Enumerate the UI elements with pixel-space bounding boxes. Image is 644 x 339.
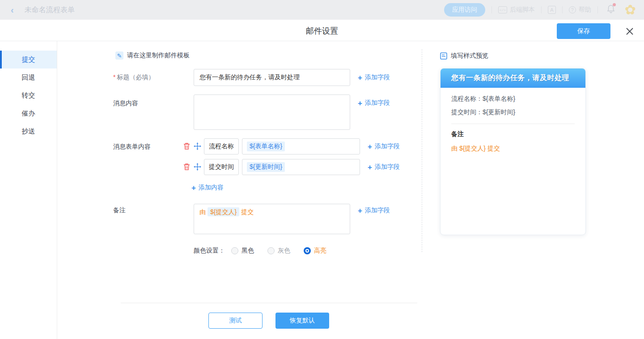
title-input[interactable] [194,69,350,86]
restore-default-button[interactable]: 恢复默认 [275,313,329,329]
sidebar-item-forward[interactable]: 转交 [0,86,57,104]
add-field-label: 添加字段 [375,142,400,150]
sidebar-item-label: 催办 [22,109,35,118]
notification-dot [613,3,616,6]
backend-script-label: 后端脚本 [510,6,535,14]
row2-value-box[interactable]: ${更新时间} [242,159,360,175]
add-field-link-row1[interactable]: + 添加字段 [368,142,400,150]
preview-remark-text: 由 ${提交人} 提交 [451,145,575,153]
divider [541,6,542,13]
email-settings-page: ‹ 未命名流程表单 应用访问 </> 后端脚本 A ? 帮助 ✿ 邮 [0,0,644,339]
question-icon: ? [569,6,576,13]
divider [597,6,598,13]
back-icon[interactable]: ‹ [11,5,14,15]
sidebar-item-cc[interactable]: 抄送 [0,122,57,140]
row1-controls [183,142,201,150]
bottom-divider [121,303,417,303]
radio-label: 高亮 [314,247,326,255]
radio-icon [231,247,238,254]
sidebar-item-label: 抄送 [22,127,35,136]
sidebar-item-urge[interactable]: 催办 [0,104,57,122]
backend-script-button[interactable]: </> 后端脚本 [498,6,535,14]
radio-black[interactable]: 黑色 [231,247,254,255]
move-icon[interactable] [194,163,201,171]
color-setting-label: 颜色设置： [194,247,225,255]
plus-icon: + [358,207,362,215]
sidebar: 提交 回退 转交 催办 抄送 [0,41,57,339]
row2-controls [183,163,201,171]
document-icon [440,52,447,60]
avatar[interactable]: ✿ [625,3,636,17]
submitter-tag: ${提交人} [208,207,239,216]
sidebar-item-submit[interactable]: 提交 [0,51,57,69]
preview-card: 您有一条新的待办任务，请及时处理 流程名称：${表单名称} 提交时间：${更新时… [440,68,586,235]
top-bar: ‹ 未命名流程表单 应用访问 </> 后端脚本 A ? 帮助 ✿ [0,0,644,20]
row1-value-box[interactable]: ${表单名称} [242,138,360,154]
template-tip-text: 请在这里制作邮件模板 [127,51,190,60]
dictionary-icon[interactable]: A [548,6,556,14]
notification-bell-icon[interactable] [607,4,615,15]
message-field-label: 消息内容 [113,99,138,107]
add-content-link[interactable]: + 添加内容 [191,184,224,192]
add-field-link-message[interactable]: + 添加字段 [358,99,390,107]
topbar-actions: 应用访问 </> 后端脚本 A ? 帮助 ✿ [444,0,636,20]
sidebar-item-rollback[interactable]: 回退 [0,69,57,86]
add-content-label: 添加内容 [199,184,224,192]
move-icon[interactable] [194,142,201,150]
help-button[interactable]: ? 帮助 [569,6,591,14]
add-field-label: 添加字段 [365,99,390,107]
radio-highlight[interactable]: 高亮 [304,247,326,255]
test-button[interactable]: 测试 [208,313,263,329]
required-star: * [113,73,115,81]
help-label: 帮助 [579,6,591,14]
preview-card-header: 您有一条新的待办任务，请及时处理 [441,69,585,88]
plus-icon: + [368,163,372,171]
add-field-label: 添加字段 [365,206,390,215]
field-tag: ${表单名称} [247,142,285,151]
field-tag: ${更新时间} [247,162,285,172]
table-field-label: 消息表单内容 [113,143,151,151]
row2-name-input[interactable] [204,159,239,175]
sidebar-item-label: 回退 [22,73,35,82]
radio-gray[interactable]: 灰色 [267,247,290,255]
color-setting-row: 颜色设置： 黑色 灰色 高亮 [194,247,340,255]
remark-prefix: 由 [199,208,206,215]
delete-icon[interactable] [183,142,190,150]
row1-name-input[interactable] [204,138,239,154]
preview-header: 填写样式预览 [440,52,488,60]
remark-field-label: 备注 [113,206,126,215]
dialog-title: 邮件设置 [0,26,644,36]
plus-icon: + [191,184,196,192]
add-field-link-row2[interactable]: + 添加字段 [368,163,400,171]
plus-icon: + [358,99,362,107]
remark-editor[interactable]: 由${提交人}提交 [194,204,350,234]
radio-icon [267,247,275,254]
active-indicator [0,51,2,69]
plus-icon: + [358,74,362,82]
dialog-header: 邮件设置 保存 [0,20,644,41]
delete-icon[interactable] [183,163,190,171]
app-access-button[interactable]: 应用访问 [444,3,485,17]
radio-label: 黑色 [242,247,254,255]
remark-suffix: 提交 [241,208,254,215]
message-textarea[interactable] [194,94,350,130]
preview-card-title: 您有一条新的待办任务，请及时处理 [451,73,569,83]
preview-card-body: 流程名称：${表单名称} 提交时间：${更新时间} 备注 由 ${提交人} 提交 [441,88,585,153]
workflow-title: 未命名流程表单 [25,5,75,15]
sidebar-item-label: 转交 [22,91,35,100]
divider [491,6,492,13]
plus-icon: + [368,143,372,150]
sidebar-item-label: 提交 [22,56,35,64]
save-button[interactable]: 保存 [557,23,610,39]
radio-label: 灰色 [278,247,290,255]
preview-line: 流程名称：${表单名称} [451,95,575,103]
radio-checked-icon [304,247,311,254]
close-icon[interactable] [623,25,636,38]
preview-line: 提交时间：${更新时间} [451,108,575,116]
add-field-label: 添加字段 [375,163,400,171]
divider [562,6,563,13]
add-field-link-title[interactable]: + 添加字段 [358,73,390,82]
add-field-link-remark[interactable]: + 添加字段 [358,206,390,215]
preview-title: 填写样式预览 [451,52,488,60]
preview-remark-label: 备注 [451,130,575,138]
